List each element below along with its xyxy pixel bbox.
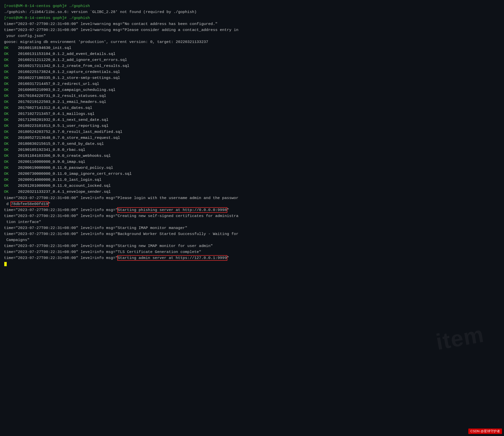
admin-server-highlight: Starting admin server at https://127.0.0… — [118, 256, 227, 260]
terminal-line: OK 20170219122503_0.2.1_email_headers.sq… — [4, 99, 500, 105]
terminal-window: [root@VM-8-14-centos goph]# ./gophish ./… — [0, 0, 504, 436]
terminal-line: time="2023-07-27T00:22:31+08:00" level=w… — [4, 27, 500, 39]
terminal-line: OK 20160217211342_0.1.2_create_from_col_… — [4, 63, 500, 69]
terminal-cursor — [4, 262, 7, 266]
terminal-line: [root@VM-8-14-centos goph]# ./gophish — [4, 15, 500, 21]
password-highlight: 78dbfee58e00fd19 — [11, 202, 48, 206]
terminal-line: OK 20180830215615_0.7.0_send_by_date.sql — [4, 141, 500, 147]
terminal-line: OK 20160317214457_0.2_redirect_url.sql — [4, 81, 500, 87]
terminal-line: time="2023-07-27T00:22:31+08:00" level=i… — [4, 231, 500, 243]
csdn-badge: CSDN @星球守护者 — [468, 429, 502, 434]
terminal-line: OK 20200730000000_0.11.0_imap_ignore_cer… — [4, 171, 500, 177]
terminal-line: OK 20160227180335_0.1.2_store-smtp-setti… — [4, 75, 500, 81]
terminal-line: OK 20160131153104_0.1.2_add_event_detail… — [4, 51, 500, 57]
phishing-server-highlight: Starting phishing server at http://0.0.0… — [118, 208, 227, 212]
terminal-line-password: time="2023-07-27T00:22:31+08:00" level=i… — [4, 195, 500, 207]
terminal-line: OK 20160605210903_0.2_campaign_schedulin… — [4, 87, 500, 93]
terminal-line: OK 20160225173824_0.1.2_capture_credenti… — [4, 69, 500, 75]
terminal-line: time="2023-07-27T00:22:31+08:00" level=i… — [4, 225, 500, 231]
terminal-line: OK 20170104220731_0.2_result_statuses.sq… — [4, 93, 500, 99]
terminal-line: OK 20200116000000_0.9.0_imap.sql — [4, 159, 500, 165]
terminal-line: [root@VM-8-14-centos goph]# ./gophish — [4, 3, 500, 9]
terminal-line: OK 20171027213457_0.4.1_maillogs.sql — [4, 111, 500, 117]
terminal-line: OK 20200914000000_0.11.0_last_login.sql — [4, 177, 500, 183]
terminal-line: time="2023-07-27T00:22:31+08:00" level=i… — [4, 249, 500, 255]
terminal-line: OK 20160211211220_0.1.2_add_ignore_cert_… — [4, 57, 500, 63]
terminal-line: OK 20180524203752_0.7.0_result_last_modi… — [4, 129, 500, 135]
terminal-line: time="2023-07-27T00:22:31+08:00" level=w… — [4, 21, 500, 27]
terminal-line-admin: time="2023-07-27T00:22:31+08:00" level=i… — [4, 255, 500, 261]
terminal-line: OK 20191104103306_0.9.0_create_webhooks.… — [4, 153, 500, 159]
terminal-line: OK 20171208201932_0.4.1_next_send_date.s… — [4, 117, 500, 123]
terminal-line: goose: migrating db environment 'product… — [4, 39, 500, 45]
watermark: item — [434, 321, 486, 355]
terminal-line: OK 20180223101813_0.5.1_user_reporting.s… — [4, 123, 500, 129]
terminal-cursor-line — [4, 261, 500, 267]
terminal-line: OK 20190105192341_0.8.0_rbac.sql — [4, 147, 500, 153]
terminal-line: OK 20200619000000_0.11.0_password_policy… — [4, 165, 500, 171]
terminal-line: OK 20180527213648_0.7.0_store_email_requ… — [4, 135, 500, 141]
terminal-line: ./gophish: /lib64/libc.so.6: version `GL… — [4, 9, 500, 15]
terminal-line: OK 20170827141312_0.4_utc_dates.sql — [4, 105, 500, 111]
terminal-line: time="2023-07-27T00:22:31+08:00" level=i… — [4, 243, 500, 249]
terminal-line: OK 20220321133237_0.4.1_envelope_sender.… — [4, 189, 500, 195]
terminal-line: OK 20160118194630_init.sql — [4, 45, 500, 51]
terminal-line-phishing: time="2023-07-27T00:22:31+08:00" level=i… — [4, 207, 500, 213]
terminal-line: OK 20201201000000_0.11.0_account_locked.… — [4, 183, 500, 189]
terminal-line: time="2023-07-27T00:22:31+08:00" level=i… — [4, 213, 500, 225]
